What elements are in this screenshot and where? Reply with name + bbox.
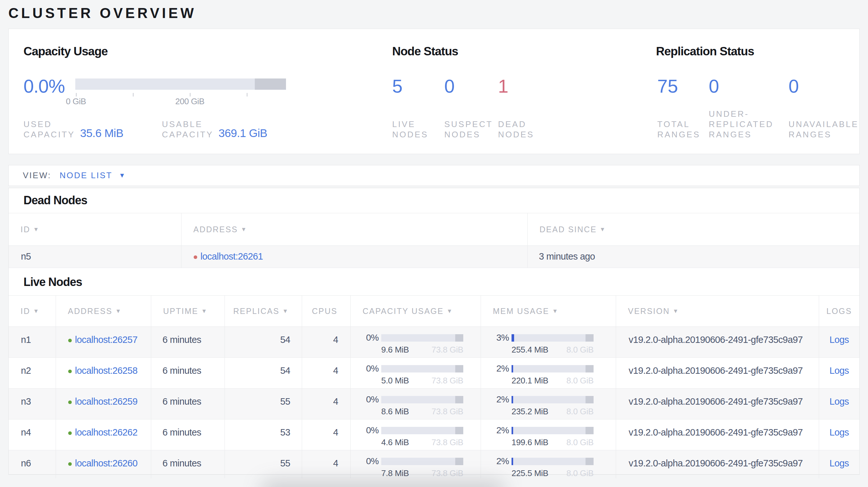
usage-bar-reserved xyxy=(586,365,594,372)
column-header-mem-usage[interactable]: MEM USAGE▼ xyxy=(480,296,616,326)
logs-link[interactable]: Logs xyxy=(829,458,849,468)
column-header-id[interactable]: ID▼ xyxy=(9,296,56,326)
column-header-replicas[interactable]: REPLICAS▼ xyxy=(224,296,302,326)
node-logs-cell: Logs xyxy=(819,389,859,419)
usage-bar xyxy=(381,427,463,434)
sort-desc-icon: ▼ xyxy=(600,226,606,233)
summary-stat-value: 0 xyxy=(444,76,455,97)
usage-bar xyxy=(381,365,463,372)
node-address-cell: localhost:26257 xyxy=(56,327,151,357)
bottom-shadow xyxy=(260,481,505,487)
column-header-address[interactable]: ADDRESS▼ xyxy=(181,213,527,246)
usage-bar-reserved xyxy=(586,427,594,434)
usage-bar xyxy=(381,334,463,342)
live-status-icon xyxy=(68,462,72,466)
node-address-link[interactable]: localhost:26260 xyxy=(75,458,137,468)
usage-percent: 0% xyxy=(364,394,379,404)
node-address-cell: localhost:26262 xyxy=(56,419,151,450)
live-node-row: n1localhost:262576 minutes5440%9.6 MiB73… xyxy=(9,327,859,358)
capacity-usage-heading: Capacity Usage xyxy=(24,45,108,58)
logs-link[interactable]: Logs xyxy=(829,365,849,376)
node-id: n5 xyxy=(9,246,181,268)
sort-desc-icon: ▼ xyxy=(115,308,122,315)
capacity-axis-tick xyxy=(247,93,247,97)
node-mem-usage: 2%199.6 MiB8.0 GiB xyxy=(480,419,616,450)
usage-percent: 3% xyxy=(494,333,509,343)
node-cpus: 4 xyxy=(302,389,350,419)
usage-percent: 2% xyxy=(494,425,509,435)
cluster-summary-card: Capacity Usage Node Status Replication S… xyxy=(8,29,860,154)
logs-link[interactable]: Logs xyxy=(829,334,849,345)
usage-used-value: 4.6 MiB xyxy=(381,437,409,448)
usage-total-value: 8.0 GiB xyxy=(566,468,594,478)
node-address-link[interactable]: localhost:26259 xyxy=(75,396,137,407)
usage-bar xyxy=(512,365,594,372)
logs-link[interactable]: Logs xyxy=(829,396,849,407)
summary-stat-label: SUSPECT NODES xyxy=(444,119,493,140)
node-cpus: 4 xyxy=(302,327,350,357)
usage-total-value: 73.8 GiB xyxy=(431,376,463,386)
node-address-link[interactable]: localhost:26262 xyxy=(75,427,137,437)
usage-total-value: 8.0 GiB xyxy=(566,437,594,448)
summary-stat-label: UNAVAILABLE RANGES xyxy=(788,119,859,140)
node-address-link[interactable]: localhost:26257 xyxy=(75,334,137,345)
sort-desc-icon: ▼ xyxy=(552,308,559,315)
node-logs-cell: Logs xyxy=(819,327,859,357)
node-id: n6 xyxy=(9,450,56,478)
node-address-link[interactable]: localhost:26258 xyxy=(75,365,137,376)
usable-capacity-label: USABLE CAPACITY xyxy=(162,119,213,140)
summary-stat-value: 75 xyxy=(657,76,678,97)
capacity-axis-tick xyxy=(190,93,190,97)
node-uptime: 6 minutes xyxy=(151,450,224,478)
node-address-cell: localhost:26261 xyxy=(181,246,527,268)
usage-total-value: 73.8 GiB xyxy=(431,345,463,355)
sort-desc-icon: ▼ xyxy=(282,308,289,315)
usage-used-value: 7.8 MiB xyxy=(381,468,409,478)
usage-bar-reserved xyxy=(455,396,463,403)
column-header-address[interactable]: ADDRESS▼ xyxy=(56,296,151,326)
node-capacity-usage: 0%8.6 MiB73.8 GiB xyxy=(350,389,480,419)
live-node-row: n6localhost:262606 minutes5540%7.8 MiB73… xyxy=(9,450,859,475)
column-header-uptime[interactable]: UPTIME▼ xyxy=(151,296,224,326)
dead-since: 3 minutes ago xyxy=(527,246,859,268)
usage-bar-reserved xyxy=(586,396,594,403)
node-address-link[interactable]: localhost:26261 xyxy=(200,251,263,261)
node-capacity-usage: 0%4.6 MiB73.8 GiB xyxy=(350,419,480,450)
column-header-logs: LOGS xyxy=(819,296,859,326)
node-version: v19.2.0-alpha.20190606-2491-gfe735c9a97 xyxy=(616,389,819,419)
usage-bar-fill xyxy=(512,365,513,372)
node-address-cell: localhost:26259 xyxy=(56,389,151,419)
column-header-version[interactable]: VERSION▼ xyxy=(616,296,819,326)
usage-total-value: 8.0 GiB xyxy=(566,376,594,386)
usage-bar-reserved xyxy=(586,458,594,465)
logs-link[interactable]: Logs xyxy=(829,427,849,437)
node-status-heading: Node Status xyxy=(392,45,458,58)
sort-desc-icon: ▼ xyxy=(241,226,247,233)
capacity-stats: USED CAPACITY 35.6 MiB USABLE CAPACITY 3… xyxy=(24,119,267,140)
node-id: n1 xyxy=(9,327,56,357)
node-uptime: 6 minutes xyxy=(151,419,224,450)
node-address-cell: localhost:26258 xyxy=(56,358,151,388)
usage-percent: 2% xyxy=(494,394,509,404)
usage-bar xyxy=(512,458,594,465)
view-selected-option[interactable]: NODE LIST xyxy=(60,170,112,181)
usage-percent: 2% xyxy=(494,456,509,466)
usable-capacity-stat: USABLE CAPACITY 369.1 GiB xyxy=(162,119,267,140)
usage-used-value: 235.2 MiB xyxy=(512,407,548,417)
column-header-dead-since[interactable]: DEAD SINCE▼ xyxy=(527,213,859,246)
usage-used-value: 225.5 MiB xyxy=(512,468,548,478)
column-header-id[interactable]: ID▼ xyxy=(9,213,181,246)
summary-stat-value: 0 xyxy=(788,76,799,97)
cluster-overview-page: CLUSTER OVERVIEW Capacity Usage Node Sta… xyxy=(0,0,868,487)
summary-stat-value: 5 xyxy=(392,76,402,97)
chevron-down-icon[interactable]: ▼ xyxy=(119,172,125,179)
live-status-icon xyxy=(68,369,72,373)
column-header-capacity-usage[interactable]: CAPACITY USAGE▼ xyxy=(350,296,480,326)
sort-desc-icon: ▼ xyxy=(673,308,679,315)
node-capacity-usage: 0%9.6 MiB73.8 GiB xyxy=(350,327,480,357)
summary-stat-label: UNDER- REPLICATED RANGES xyxy=(709,109,773,140)
live-status-icon xyxy=(68,431,72,435)
capacity-axis-tick xyxy=(76,93,76,97)
replication-status-heading: Replication Status xyxy=(656,45,754,58)
usage-bar-reserved xyxy=(455,427,463,434)
